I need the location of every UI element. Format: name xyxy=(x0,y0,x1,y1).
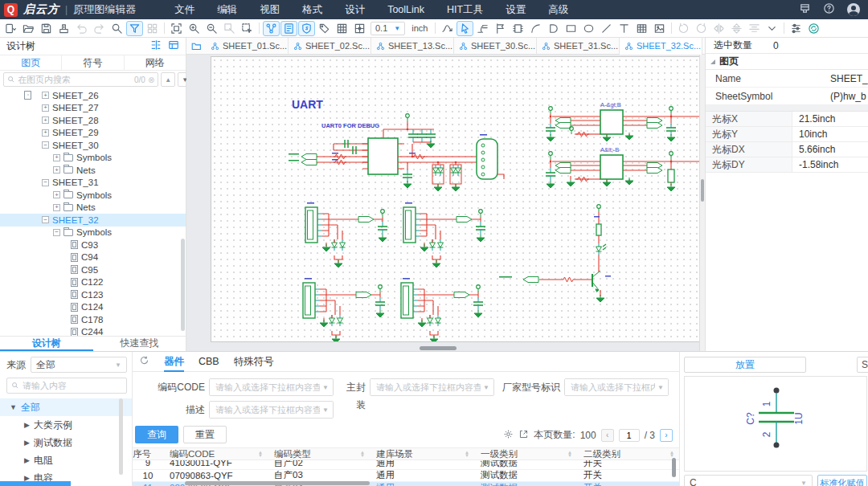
col-code-type[interactable]: 编码类型▲▼ xyxy=(268,447,370,460)
menu-file[interactable]: 文件 xyxy=(163,0,206,19)
tree-search-box[interactable]: 0/0 ⊗ xyxy=(3,72,158,87)
reset-button[interactable]: 重置 xyxy=(183,426,227,443)
table-row[interactable]: 941030011-QYF自产02通用测试数据开关 xyxy=(133,460,679,470)
schematic-drawing[interactable]: UART UART0 FOR DEBUG xyxy=(289,98,702,341)
shield-icon[interactable] xyxy=(298,21,315,36)
prev-page-button[interactable]: ‹ xyxy=(601,429,614,442)
caret-right-icon[interactable]: ▶ xyxy=(24,456,30,464)
mirror-horizontal-icon[interactable] xyxy=(710,21,727,36)
category-search-box[interactable] xyxy=(6,378,127,394)
tab-nets[interactable]: 网络 xyxy=(125,55,186,70)
expand-icon[interactable]: + xyxy=(42,129,49,137)
category-item[interactable]: ▶测试数据 xyxy=(0,434,132,451)
canvas-vertical-scrollbar[interactable] xyxy=(699,55,705,351)
table-tool-icon[interactable] xyxy=(633,21,650,36)
export-icon[interactable] xyxy=(518,429,529,442)
footer-tab-quick-find[interactable]: 快速查找 xyxy=(93,337,186,351)
symbol-preview[interactable]: 1 2 C? 1U xyxy=(684,376,867,472)
sheet-list-folder-icon[interactable] xyxy=(186,41,206,51)
sync-status-icon[interactable] xyxy=(805,21,822,36)
tree-node[interactable]: +Symbols xyxy=(0,152,186,165)
search-prev-button[interactable]: ▲ xyxy=(161,72,175,87)
tab-special-symbols[interactable]: 特殊符号 xyxy=(234,352,274,372)
zoom-in-icon[interactable] xyxy=(186,21,203,36)
flag-probe-icon[interactable] xyxy=(492,21,509,36)
section-sheet[interactable]: 图页 xyxy=(706,54,868,70)
expand-icon[interactable]: + xyxy=(53,154,60,161)
snap-grid-icon[interactable] xyxy=(351,21,368,36)
arc-tool-icon[interactable] xyxy=(527,21,544,36)
menu-advanced[interactable]: 高级 xyxy=(537,0,579,19)
schematic-subtitle[interactable]: UART0 FOR DEBUG xyxy=(321,122,379,129)
rotate-right-icon[interactable] xyxy=(693,21,710,36)
tree-node[interactable]: +Nets xyxy=(0,164,186,177)
sort-icon[interactable]: ▲▼ xyxy=(360,451,365,458)
tree-node[interactable]: C93 xyxy=(0,239,186,251)
filter-icon[interactable] xyxy=(126,21,143,36)
category-item[interactable]: ▶大类示例 xyxy=(0,416,132,434)
category-all[interactable]: ▼全部 xyxy=(0,398,132,416)
description-input[interactable]: ▼ xyxy=(209,401,334,419)
block-label-a-to-b[interactable]: A-&gt;B xyxy=(600,101,621,108)
text-tool-icon[interactable] xyxy=(616,21,633,36)
tree-node[interactable]: C123 xyxy=(0,288,186,301)
sort-icon[interactable]: ▲▼ xyxy=(465,451,469,458)
mirror-vertical-icon[interactable] xyxy=(728,21,745,36)
undo-icon[interactable] xyxy=(73,21,90,36)
tree-node[interactable]: −Symbols xyxy=(0,227,186,239)
block-label-b-to-a[interactable]: A&lt;-B xyxy=(600,146,619,153)
component-icon[interactable] xyxy=(510,21,526,36)
tree-node[interactable]: −SHEET_31 xyxy=(0,177,186,190)
zoom-out-icon[interactable] xyxy=(203,21,220,36)
search-icon[interactable] xyxy=(108,21,125,36)
menu-toolink[interactable]: ToolLink xyxy=(376,0,436,19)
tree-node[interactable]: +Symbols xyxy=(0,189,186,202)
theme-brush-icon[interactable] xyxy=(799,2,811,17)
category-item[interactable]: ▶电阻 xyxy=(0,451,132,469)
tab-components[interactable]: 器件 xyxy=(164,352,184,372)
image-tool-icon[interactable] xyxy=(651,21,668,36)
expand-icon[interactable]: + xyxy=(53,204,60,211)
category-scrollbar[interactable] xyxy=(119,398,123,475)
tab-sheets[interactable]: 图页 xyxy=(0,55,62,70)
sheet-tab[interactable]: SHEET_30.Sc... xyxy=(454,38,537,55)
sheet-tab[interactable]: SHEET_02.Sc... xyxy=(289,38,371,55)
col-scene[interactable]: 建库场景▲▼ xyxy=(370,447,474,460)
canvas-horizontal-scrollbar[interactable] xyxy=(420,346,457,350)
save-as-icon[interactable] xyxy=(55,21,72,36)
collapse-icon[interactable]: − xyxy=(42,216,49,223)
symbol-type-select[interactable]: C▼ xyxy=(684,475,813,486)
sheet-tab[interactable]: SHEET_13.Sc... xyxy=(371,38,454,55)
expand-icon[interactable]: + xyxy=(42,116,49,124)
table-vertical-scrollbar[interactable] xyxy=(672,458,676,477)
menu-design[interactable]: 设计 xyxy=(334,0,376,19)
page-number-input[interactable] xyxy=(619,429,640,442)
tag-icon[interactable] xyxy=(316,21,333,36)
col-code[interactable]: 编码CODE▲▼ xyxy=(163,447,268,460)
tree-node[interactable]: C94 xyxy=(0,251,186,264)
tab-symbols[interactable]: 符号 xyxy=(62,55,124,70)
package-input[interactable]: ▼ xyxy=(370,378,494,396)
expand-icon[interactable]: + xyxy=(42,104,49,112)
table-settings-gear-icon[interactable] xyxy=(503,429,514,442)
fit-view-icon[interactable] xyxy=(168,21,185,36)
schematic-sheet[interactable]: UART UART0 FOR DEBUG xyxy=(211,56,702,342)
menu-format[interactable]: 格式 xyxy=(291,0,334,19)
menu-view[interactable]: 视图 xyxy=(248,0,291,19)
expand-icon[interactable]: + xyxy=(53,166,60,174)
tree-node-selected[interactable]: −SHEET_32 xyxy=(0,214,186,227)
grid-icon[interactable] xyxy=(334,21,350,36)
net-label-icon[interactable] xyxy=(474,21,491,36)
tree-node[interactable]: +SHEET_29 xyxy=(0,127,186,140)
list-panel-icon[interactable] xyxy=(280,21,297,36)
vendor-input[interactable]: ▼ xyxy=(564,378,669,396)
collapse-icon[interactable]: − xyxy=(42,141,49,149)
tree-node[interactable]: C95 xyxy=(0,263,186,276)
rectangle-tool-icon[interactable] xyxy=(563,21,579,36)
sort-icon[interactable]: ▲▼ xyxy=(258,451,263,458)
expand-icon[interactable]: + xyxy=(42,92,49,99)
table-row[interactable]: 1007090863-QYF自产03通用测试数据开关 xyxy=(133,470,679,483)
table-horizontal-scrollbar[interactable] xyxy=(185,481,370,485)
help-icon[interactable] xyxy=(823,2,835,17)
schematic-canvas[interactable]: UART UART0 FOR DEBUG xyxy=(211,57,703,341)
